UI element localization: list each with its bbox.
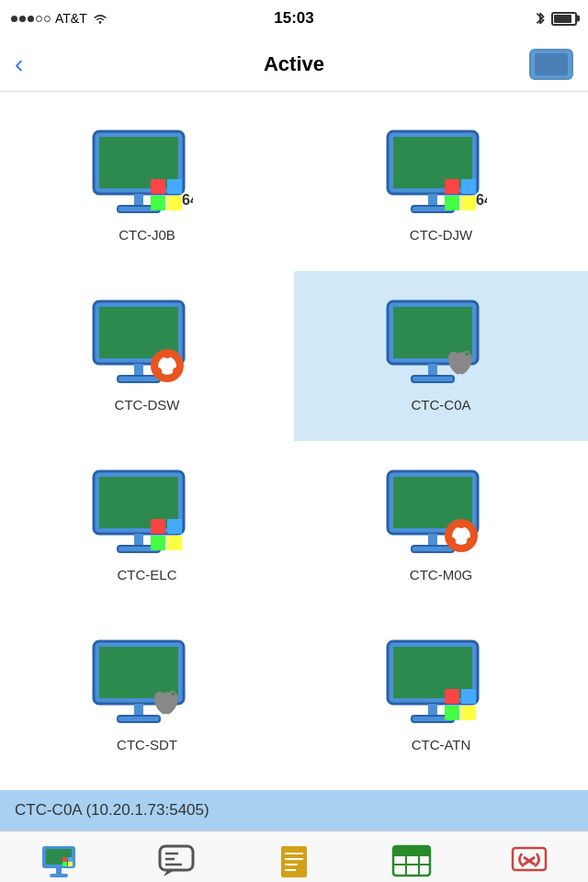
- svg-rect-5: [151, 179, 165, 194]
- svg-rect-60: [461, 706, 476, 720]
- svg-text:64: 64: [182, 192, 193, 208]
- svg-rect-16: [445, 196, 459, 210]
- svg-rect-63: [56, 868, 62, 874]
- tab-item-disconnect[interactable]: Disconnect: [470, 831, 588, 882]
- svg-rect-52: [118, 716, 160, 722]
- svg-rect-83: [393, 846, 430, 855]
- svg-rect-59: [445, 706, 459, 720]
- svg-rect-3: [134, 194, 143, 207]
- svg-rect-43: [412, 546, 454, 552]
- dot4: [36, 16, 42, 22]
- computer-name-ctc-elc: CTC-ELC: [117, 567, 176, 582]
- svg-rect-11: [393, 137, 472, 188]
- dot1: [11, 16, 17, 22]
- back-button[interactable]: ‹: [15, 50, 51, 79]
- chat-icon: [156, 844, 197, 877]
- svg-rect-29: [393, 307, 472, 358]
- svg-rect-51: [134, 704, 143, 717]
- monitor-icon: [39, 844, 79, 877]
- svg-rect-7: [151, 196, 165, 210]
- carrier-label: AT&T: [55, 11, 87, 26]
- computer-item-ctc-c0a[interactable]: CTC-C0A: [294, 271, 588, 441]
- svg-rect-69: [160, 846, 193, 870]
- status-time: 15:03: [274, 9, 313, 28]
- svg-rect-73: [281, 846, 307, 877]
- battery-fill: [554, 15, 571, 23]
- svg-rect-6: [167, 179, 182, 194]
- svg-rect-33: [99, 477, 178, 528]
- dot5: [44, 16, 51, 22]
- svg-rect-55: [428, 704, 437, 717]
- computer-icon-ctc-j0b: 64: [92, 130, 202, 221]
- message-icon: [274, 844, 314, 877]
- computer-icon-ctc-djw: 64: [386, 130, 496, 221]
- tab-item-view[interactable]: View: [0, 831, 118, 882]
- computer-name-ctc-djw: CTC-DJW: [410, 227, 472, 243]
- status-right: [535, 10, 577, 27]
- computer-icon-ctc-m0g: [386, 469, 496, 561]
- dot3: [28, 16, 34, 22]
- svg-point-47: [467, 537, 474, 545]
- svg-rect-14: [445, 179, 459, 194]
- computer-name-ctc-dsw: CTC-DSW: [115, 397, 180, 413]
- computer-name-ctc-m0g: CTC-M0G: [410, 567, 472, 582]
- svg-rect-17: [461, 196, 476, 210]
- svg-rect-34: [134, 534, 143, 547]
- svg-rect-37: [167, 519, 182, 534]
- svg-rect-36: [151, 519, 165, 534]
- svg-rect-68: [68, 862, 73, 866]
- nav-bar: ‹ Active: [0, 37, 588, 92]
- computer-item-ctc-elc[interactable]: CTC-ELC: [0, 441, 294, 611]
- computer-icon-ctc-dsw: [92, 300, 202, 391]
- computer-grid: 64CTC-J0B64CTC-DJWCTC-DSWCTC-C0ACTC-ELCC…: [0, 92, 588, 790]
- svg-point-48: [448, 537, 456, 545]
- computer-item-ctc-m0g[interactable]: CTC-M0G: [294, 441, 588, 611]
- selected-computer-info: CTC-C0A (10.20.1.73:5405): [15, 801, 209, 820]
- svg-rect-57: [445, 689, 459, 704]
- tab-item-chat[interactable]: Chat: [118, 831, 235, 882]
- dot2: [19, 16, 26, 22]
- status-bar: AT&T 15:03: [0, 0, 588, 37]
- svg-rect-50: [99, 647, 178, 698]
- computer-name-ctc-j0b: CTC-J0B: [119, 227, 175, 243]
- computer-name-ctc-c0a: CTC-C0A: [411, 397, 470, 413]
- computer-item-ctc-djw[interactable]: 64CTC-DJW: [294, 101, 588, 271]
- disconnect-icon: [509, 844, 549, 877]
- svg-rect-66: [68, 857, 73, 862]
- svg-point-27: [154, 368, 162, 375]
- svg-rect-8: [167, 196, 182, 210]
- svg-rect-42: [428, 534, 437, 547]
- svg-point-0: [98, 21, 101, 24]
- svg-rect-39: [167, 536, 182, 550]
- svg-rect-84: [513, 848, 546, 870]
- svg-point-25: [164, 351, 171, 358]
- tab-item-inventory[interactable]: Inventory: [353, 831, 470, 882]
- svg-rect-54: [393, 647, 472, 698]
- svg-rect-30: [428, 364, 437, 377]
- view-toggle-icon: [535, 53, 568, 75]
- svg-rect-2: [99, 137, 178, 188]
- svg-rect-62: [46, 849, 72, 865]
- svg-rect-31: [412, 376, 454, 382]
- computer-icon-ctc-elc: [92, 469, 202, 561]
- tab-item-message[interactable]: Message: [235, 831, 353, 882]
- computer-item-ctc-dsw[interactable]: CTC-DSW: [0, 271, 294, 441]
- computer-item-ctc-j0b[interactable]: 64CTC-J0B: [0, 101, 294, 271]
- bluetooth-icon: [535, 10, 546, 27]
- computer-item-ctc-atn[interactable]: CTC-ATN: [294, 611, 588, 781]
- computer-icon-ctc-sdt: [92, 639, 202, 731]
- computer-name-ctc-sdt: CTC-SDT: [117, 737, 177, 752]
- status-left: AT&T: [11, 11, 108, 26]
- svg-rect-15: [461, 179, 476, 194]
- svg-rect-67: [62, 862, 67, 866]
- computer-name-ctc-atn: CTC-ATN: [412, 737, 471, 752]
- tab-bar: ViewChatMessageInventoryDisconnect: [0, 831, 588, 882]
- svg-rect-64: [50, 874, 68, 877]
- computer-item-ctc-sdt[interactable]: CTC-SDT: [0, 611, 294, 781]
- svg-point-46: [458, 521, 465, 528]
- svg-rect-58: [461, 689, 476, 704]
- svg-rect-12: [428, 194, 437, 207]
- svg-rect-22: [118, 376, 160, 382]
- signal-dots: [11, 16, 51, 22]
- view-toggle-button[interactable]: [529, 49, 573, 80]
